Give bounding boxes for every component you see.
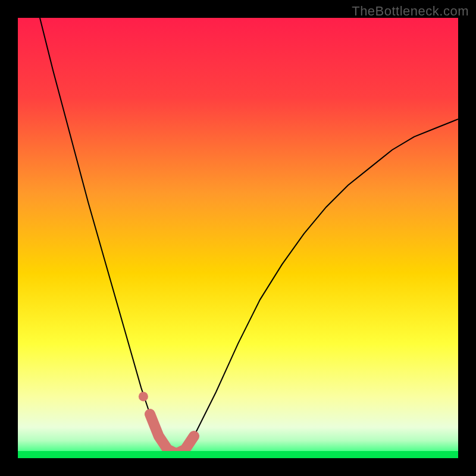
bottleneck-curve — [40, 18, 458, 454]
green-baseline — [18, 451, 458, 458]
watermark-text: TheBottleneck.com — [352, 4, 469, 19]
plot-area — [18, 18, 458, 458]
chart-lines — [18, 18, 458, 458]
optimal-range-highlight — [150, 414, 194, 454]
marker-dot — [139, 392, 148, 401]
